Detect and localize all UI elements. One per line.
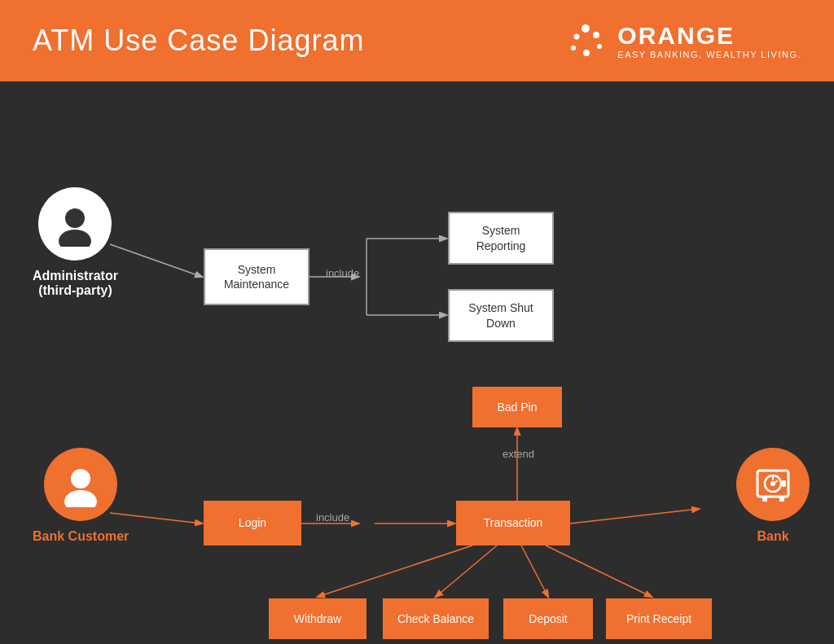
transaction-box: Transaction <box>456 501 570 545</box>
svg-point-5 <box>583 50 590 56</box>
svg-rect-17 <box>779 497 784 502</box>
administrator-label: Administrator(third-party) <box>33 269 118 298</box>
system-shutdown-box: System Shut Down <box>448 289 554 342</box>
svg-point-7 <box>59 230 91 247</box>
svg-rect-15 <box>782 480 786 487</box>
login-box: Login <box>204 501 301 545</box>
administrator-avatar <box>38 187 112 261</box>
check-balance-box: Check Balance <box>383 598 489 639</box>
diagram-arrows <box>0 81 834 644</box>
logo-text: ORANGE EASY BANKING. WEALTHY LIVING. <box>617 22 801 59</box>
deposit-box: Deposit <box>503 598 593 639</box>
svg-point-8 <box>71 469 90 488</box>
svg-point-1 <box>593 32 599 38</box>
header: ATM Use Case Diagram ORANGE EASY BANKING… <box>0 0 834 81</box>
bank-customer-actor: Bank Customer <box>33 448 129 544</box>
diagram-area: Administrator(third-party) System Mainte… <box>0 81 834 644</box>
logo-icon <box>565 20 606 61</box>
bank-label: Bank <box>757 529 788 544</box>
bank-avatar <box>736 448 810 521</box>
administrator-actor: Administrator(third-party) <box>33 187 118 298</box>
svg-point-6 <box>65 208 85 228</box>
logo-name: ORANGE <box>617 22 801 50</box>
svg-point-4 <box>571 46 576 50</box>
svg-point-9 <box>64 490 97 507</box>
logo-area: ORANGE EASY BANKING. WEALTHY LIVING. <box>565 20 801 61</box>
svg-line-14 <box>775 480 778 483</box>
include1-label: include <box>326 267 359 279</box>
bank-customer-avatar <box>44 448 117 521</box>
include2-label: include <box>316 511 349 524</box>
svg-point-3 <box>574 34 580 40</box>
withdraw-box: Withdraw <box>269 598 367 639</box>
print-receipt-box: Print Receipt <box>606 598 712 639</box>
page-title: ATM Use Case Diagram <box>33 24 364 58</box>
logo-tagline: EASY BANKING. WEALTHY LIVING. <box>617 50 801 59</box>
system-reporting-box: System Reporting <box>448 212 554 265</box>
svg-rect-16 <box>762 497 767 502</box>
svg-line-31 <box>546 545 652 597</box>
svg-line-28 <box>318 545 472 597</box>
svg-line-30 <box>521 545 548 597</box>
svg-line-18 <box>110 244 202 277</box>
bank-actor: Bank <box>736 448 810 544</box>
bank-customer-label: Bank Customer <box>33 529 129 544</box>
system-maintenance-box: System Maintenance <box>204 248 309 305</box>
svg-point-0 <box>582 24 590 33</box>
extend-label: extend <box>503 448 534 460</box>
svg-point-2 <box>597 44 602 49</box>
svg-line-29 <box>436 545 497 597</box>
bad-pin-box: Bad Pin <box>472 387 562 427</box>
svg-line-26 <box>570 509 699 524</box>
